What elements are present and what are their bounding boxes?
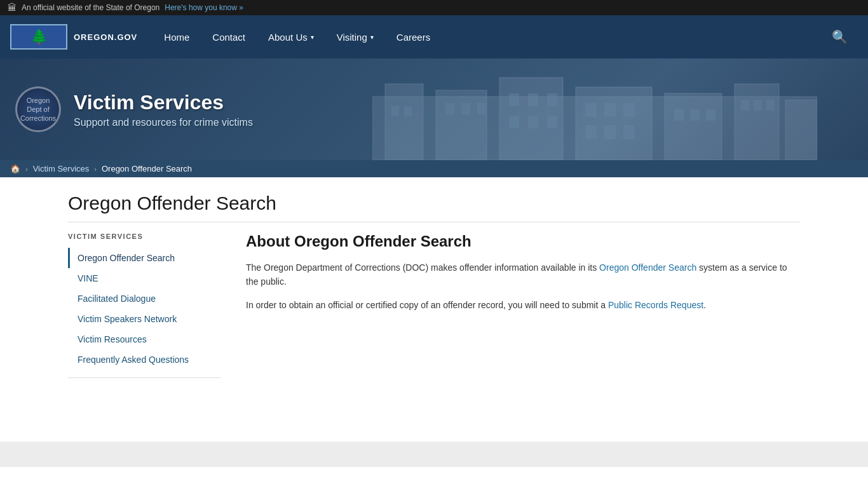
sidebar-divider [68, 377, 220, 378]
state-flag-icon: 🏛 [8, 3, 17, 13]
public-records-link[interactable]: Public Records Request [608, 300, 703, 310]
main-content: Oregon Offender Search Victim Services O… [53, 177, 815, 403]
sidebar: Victim Services Oregon Offender Search V… [68, 233, 220, 378]
hero-banner: Oregon Dept of Corrections Victim Servic… [0, 58, 868, 160]
page-title: Oregon Offender Search [68, 193, 800, 222]
sidebar-item-victim-resources[interactable]: Victim Resources [68, 329, 220, 349]
sidebar-item-victim-speakers[interactable]: Victim Speakers Network [68, 309, 220, 329]
visiting-arrow: ▾ [370, 34, 374, 41]
sidebar-section-label: Victim Services [68, 233, 220, 240]
sidebar-item-vine[interactable]: VINE [68, 268, 220, 288]
how-you-know-link[interactable]: Here's how you know » [165, 3, 243, 12]
hero-subtitle: Support and resources for crime victims [74, 117, 253, 128]
sidebar-item-facilitated-dialogue[interactable]: Facilitated Dialogue [68, 288, 220, 309]
dept-seal: Oregon Dept of Corrections [15, 86, 61, 132]
article-title: About Oregon Offender Search [246, 233, 800, 250]
nav-links: Home Contact About Us ▾ Visiting ▾ Caree… [153, 15, 822, 58]
tree-icon: 🌲 [31, 29, 48, 45]
search-button[interactable]: 🔍 [822, 15, 858, 58]
nav-about-us[interactable]: About Us ▾ [257, 15, 325, 58]
breadcrumb: 🏠 › Victim Services › Oregon Offender Se… [0, 160, 868, 177]
logo-text: OREGON.GOV [74, 32, 137, 42]
logo-area[interactable]: 🌲 OREGON.GOV [10, 24, 137, 50]
seal-text: Oregon Dept of Corrections [20, 96, 56, 123]
article-body: The Oregon Department of Corrections (DO… [246, 261, 800, 312]
top-bar: 🏛 An official website of the State of Or… [0, 0, 868, 15]
hero-content: Oregon Dept of Corrections Victim Servic… [0, 58, 868, 160]
official-site-text: An official website of the State of Oreg… [22, 3, 159, 12]
nav-contact[interactable]: Contact [201, 15, 257, 58]
about-us-arrow: ▾ [311, 34, 314, 41]
nav-home[interactable]: Home [153, 15, 201, 58]
article-para-1: The Oregon Department of Corrections (DO… [246, 261, 800, 289]
nav-careers[interactable]: Careers [385, 15, 442, 58]
content-layout: Victim Services Oregon Offender Search V… [68, 233, 800, 378]
breadcrumb-victim-services[interactable]: Victim Services [33, 164, 90, 173]
article-para2-before: In order to obtain an official or certif… [246, 300, 608, 310]
sidebar-item-offender-search[interactable]: Oregon Offender Search [68, 248, 220, 268]
search-icon: 🔍 [832, 29, 848, 44]
hero-title: Victim Services [74, 91, 253, 114]
sidebar-item-faq[interactable]: Frequently Asked Questions [68, 349, 220, 370]
home-icon[interactable]: 🏠 [10, 164, 20, 173]
article-para2-after: . [703, 300, 706, 310]
sidebar-nav: Oregon Offender Search VINE Facilitated … [68, 248, 220, 370]
breadcrumb-sep-2: › [94, 165, 97, 173]
main-navigation: 🌲 OREGON.GOV Home Contact About Us ▾ Vis… [0, 15, 868, 58]
nav-visiting[interactable]: Visiting ▾ [325, 15, 385, 58]
article: About Oregon Offender Search The Oregon … [246, 233, 800, 378]
breadcrumb-current: Oregon Offender Search [102, 164, 192, 173]
breadcrumb-sep-1: › [25, 165, 28, 173]
logo-box: 🌲 [10, 24, 67, 50]
hero-text: Victim Services Support and resources fo… [74, 91, 253, 128]
article-para1-before: The Oregon Department of Corrections (DO… [246, 262, 599, 273]
article-para-2: In order to obtain an official or certif… [246, 298, 800, 312]
footer-band [0, 442, 868, 467]
offender-search-link[interactable]: Oregon Offender Search [599, 262, 696, 273]
